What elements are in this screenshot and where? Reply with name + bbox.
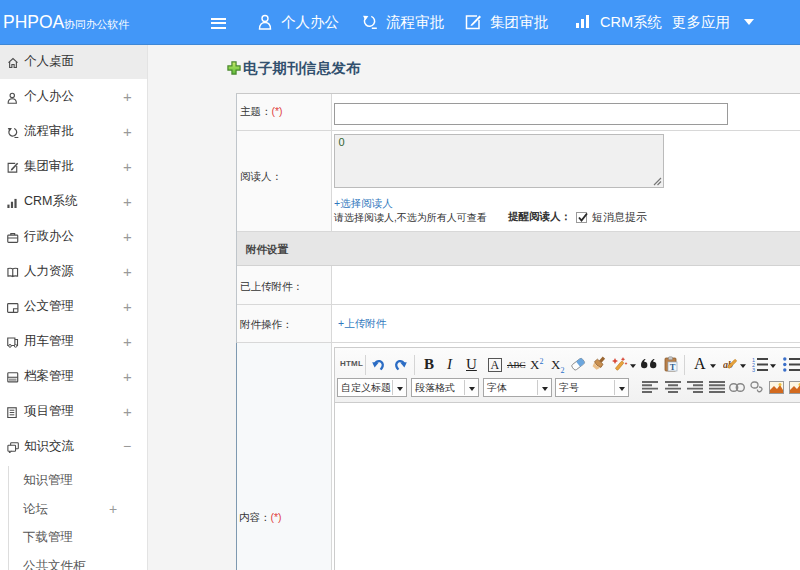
svg-text:T: T <box>670 362 676 372</box>
svg-text:3: 3 <box>752 367 755 372</box>
